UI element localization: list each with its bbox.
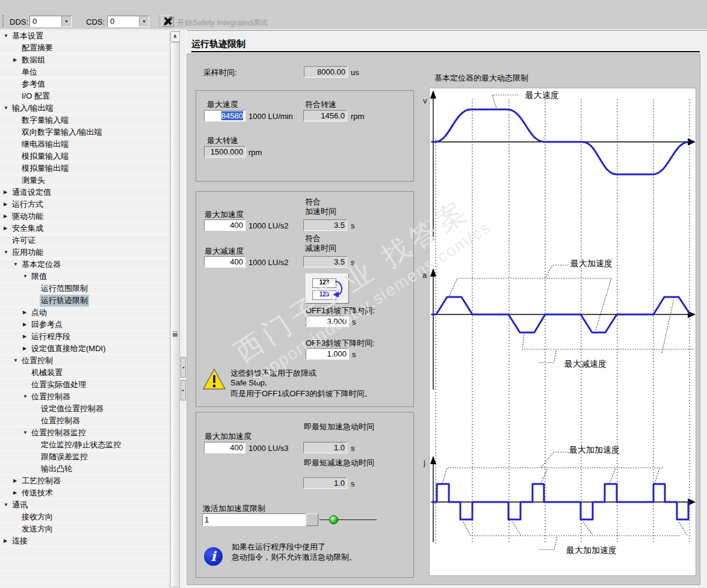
sidebar-tree: ▼基本设置配置摘要▶数据组单位参考值I/O 配置▼输入/输出端数字量输入端双向数… — [0, 30, 170, 588]
crossed-tools-icon — [162, 16, 173, 26]
chevron-down-icon[interactable]: ▼ — [139, 16, 149, 26]
sidebar-item[interactable]: ▼限值 — [0, 271, 169, 283]
chevron-right-icon[interactable]: ▶ — [23, 343, 30, 355]
sidebar-item[interactable]: 位置实际值处理 — [0, 379, 169, 391]
chevron-down-icon[interactable]: ▼ — [4, 30, 11, 42]
chevron-right-icon[interactable]: ▶ — [4, 222, 11, 234]
sidebar-item[interactable]: 运行轨迹限制 — [0, 295, 169, 307]
scrollbar-thumb[interactable] — [170, 42, 180, 587]
max-decel-unit: 1000 LU/s2 — [249, 258, 289, 267]
sidebar-item[interactable]: ▶数据组 — [0, 54, 169, 66]
sidebar-item[interactable]: ▶连接 — [0, 535, 169, 547]
sidebar-item[interactable]: ▼输入/输出端 — [0, 102, 169, 114]
scrollbar-grip — [173, 331, 178, 333]
sidebar-item-label: 传送技术 — [20, 487, 54, 499]
sidebar-item[interactable]: ▼基本定位器 — [0, 259, 169, 271]
sidebar-item[interactable]: 位置控制器 — [0, 415, 169, 427]
sidebar-item[interactable]: ▼位置控制 — [0, 355, 169, 367]
sidebar-item[interactable]: ▶驱动功能 — [0, 210, 169, 222]
chevron-down-icon[interactable]: ▼ — [23, 271, 30, 283]
sidebar-scrollbar[interactable]: ∧ — [169, 30, 180, 588]
max-speed-annotation: 最大速度 — [525, 90, 559, 101]
collapse-left-icon[interactable]: ◂ — [181, 357, 186, 378]
chevron-right-icon[interactable]: ▶ — [13, 54, 20, 66]
sidebar-item[interactable]: 双向数字量输入/输出端 — [0, 126, 169, 138]
max-speed-value: 84580 — [221, 111, 243, 120]
chevron-right-icon[interactable]: ▶ — [4, 210, 11, 222]
sidebar-item[interactable]: ▼应用功能 — [0, 247, 169, 259]
chevron-down-icon[interactable]: ▼ — [4, 102, 11, 114]
equiv-decel-time-field: 3.5 — [303, 256, 347, 268]
sidebar-item[interactable]: 设定值位置控制器 — [0, 403, 169, 415]
chevron-right-icon[interactable]: ▶ — [4, 186, 11, 198]
sidebar-item[interactable]: ▶通道设定值 — [0, 186, 169, 198]
toolbar-grip[interactable] — [2, 15, 5, 27]
max-accel-input[interactable]: 400 — [204, 219, 245, 231]
activate-jerk-limit-browse-button[interactable] — [306, 513, 318, 526]
chevron-right-icon[interactable]: ▶ — [4, 198, 11, 210]
off3-ramp-input[interactable]: 1.000 — [306, 348, 349, 360]
off1-ramp-label: OFF1斜坡下降时间: — [306, 305, 375, 316]
sidebar-item[interactable]: 模拟量输出端 — [0, 162, 169, 174]
chevron-right-icon[interactable]: ▶ — [4, 535, 11, 547]
off1-ramp-unit: s — [352, 317, 356, 326]
off1-ramp-input[interactable]: 3.000 — [306, 316, 349, 327]
sidebar-item[interactable]: ▶回参考点 — [0, 319, 169, 331]
max-jerk-input[interactable]: 400 — [204, 442, 245, 453]
sidebar-item[interactable]: ▼位置控制器监控 — [0, 427, 169, 439]
sidebar-item[interactable]: 运行范围限制 — [0, 283, 169, 295]
sidebar-item[interactable]: 参考值 — [0, 78, 169, 90]
sidebar-item[interactable]: 继电器输出端 — [0, 138, 169, 150]
sidebar-item-label: 运行范围限制 — [40, 283, 89, 295]
chevron-down-icon[interactable]: ▼ — [23, 427, 30, 439]
warning-text-line1: 这些斜坡不适用于故障或 — [230, 368, 316, 379]
sidebar-item[interactable]: ▶工艺控制器 — [0, 475, 169, 487]
sidebar-item[interactable]: ▶传送技术 — [0, 487, 169, 499]
sidebar-item[interactable]: ▶运行程序段 — [0, 331, 169, 343]
scroll-up-icon[interactable]: ∧ — [170, 31, 180, 42]
sidebar-item[interactable]: 单位 — [0, 66, 169, 78]
sidebar-item[interactable]: 发送方向 — [0, 523, 169, 535]
collapse-right-icon[interactable]: ▸ — [181, 380, 186, 400]
sidebar-item[interactable]: ▼通讯 — [0, 499, 169, 511]
sidebar-item[interactable]: 机械装置 — [0, 367, 169, 379]
chevron-down-icon[interactable]: ▼ — [13, 259, 20, 271]
copy-values-button[interactable]: 123 123 — [306, 274, 349, 304]
sidebar-item[interactable]: 模拟量输入端 — [0, 150, 169, 162]
max-speed-input[interactable]: 84580 — [204, 110, 245, 121]
sidebar-item[interactable]: I/O 配置 — [0, 90, 169, 102]
start-safety-commissioning-button[interactable]: 开始Safety Integrated调试 — [177, 17, 268, 28]
chevron-down-icon[interactable]: ▼ — [4, 247, 11, 259]
sidebar-item[interactable]: ▼基本设置 — [0, 30, 169, 42]
chevron-right-icon[interactable]: ▶ — [13, 475, 20, 487]
sidebar-item[interactable]: ▶设定值直接给定(MDI) — [0, 343, 169, 355]
chevron-right-icon[interactable]: ▶ — [23, 307, 30, 319]
sidebar-item[interactable]: ▶点动 — [0, 307, 169, 319]
cds-select[interactable]: 0 ▼ — [107, 16, 149, 27]
chevron-down-icon[interactable]: ▼ — [61, 16, 71, 26]
pane-splitter[interactable]: ◂ ▸ — [179, 30, 187, 588]
dds-select[interactable]: 0 ▼ — [29, 16, 72, 27]
sidebar-item[interactable]: 配置摘要 — [0, 42, 169, 54]
max-decel-input[interactable]: 400 — [204, 256, 245, 268]
sidebar-item[interactable]: ▼位置控制器 — [0, 391, 169, 403]
chevron-down-icon[interactable]: ▼ — [4, 499, 11, 511]
chevron-down-icon[interactable]: ▼ — [23, 391, 30, 403]
sidebar-item[interactable]: 测量头 — [0, 174, 169, 186]
commissioning-tools-button[interactable] — [162, 15, 174, 27]
sidebar-item[interactable]: 许可证 — [0, 234, 169, 247]
sidebar-item[interactable]: 接收方向 — [0, 511, 169, 523]
chevron-right-icon[interactable]: ▶ — [23, 331, 30, 343]
chevron-down-icon[interactable]: ▼ — [13, 355, 20, 367]
chevron-right-icon[interactable]: ▶ — [23, 319, 30, 331]
sidebar-item[interactable]: 输出凸轮 — [0, 463, 169, 475]
sidebar-item[interactable]: 跟随误差监控 — [0, 451, 169, 463]
sidebar-item[interactable]: ▶安全集成 — [0, 222, 169, 234]
chevron-right-icon[interactable]: ▶ — [13, 487, 20, 499]
sidebar-item[interactable]: ▶运行方式 — [0, 198, 169, 210]
sidebar-item[interactable]: 数字量输入端 — [0, 114, 169, 126]
status-line — [320, 519, 377, 520]
sidebar-item[interactable]: 定位监控/静止状态监控 — [0, 439, 169, 451]
sidebar-item-label: 位置控制器 — [30, 391, 72, 403]
activate-jerk-limit-input[interactable]: 1 — [202, 513, 306, 526]
